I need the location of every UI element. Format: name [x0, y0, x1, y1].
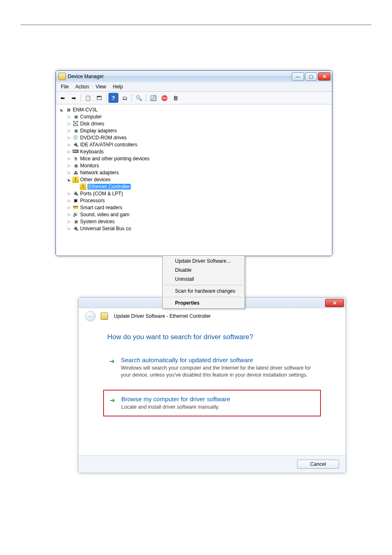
- expand-icon[interactable]: ▷: [67, 212, 72, 217]
- item-label: Keyboards: [80, 149, 104, 155]
- option-search-auto[interactable]: ➔ Search automatically for updated drive…: [103, 351, 321, 384]
- update-driver-dialog: ✕ ← Update Driver Software - Ethernet Co…: [78, 297, 346, 473]
- help-icon[interactable]: ?: [108, 93, 118, 103]
- item-label: Processors: [80, 198, 105, 204]
- expand-icon[interactable]: ▷: [67, 149, 72, 154]
- ctx-uninstall[interactable]: Uninstall: [164, 275, 244, 284]
- expand-icon[interactable]: ▷: [67, 219, 72, 224]
- dialog-footer: Cancel: [78, 455, 346, 473]
- forward-icon[interactable]: ➡: [69, 93, 78, 103]
- close-button[interactable]: ✕: [325, 299, 344, 307]
- smartcard-icon: 💳: [72, 204, 79, 211]
- disable-icon[interactable]: ⛔: [159, 93, 169, 103]
- update-icon[interactable]: 🔄: [148, 93, 158, 103]
- warning-icon: !: [72, 176, 79, 183]
- expand-icon[interactable]: ▷: [67, 170, 72, 175]
- driver-icon: [101, 312, 108, 320]
- separator: [106, 94, 106, 102]
- menu-file[interactable]: File: [58, 83, 72, 90]
- warning-icon: !: [80, 183, 86, 190]
- expand-icon[interactable]: ▷: [67, 205, 72, 210]
- ctx-disable[interactable]: Disable: [164, 266, 244, 275]
- tree-item[interactable]: ▷🖥Computer: [66, 113, 331, 120]
- maximize-button[interactable]: ▢: [305, 72, 317, 81]
- ide-icon: 🔌: [72, 141, 79, 148]
- item-label: Ethernet Controller: [88, 184, 131, 190]
- tree-item[interactable]: ▷🖥Display adapters: [66, 127, 331, 134]
- tree-item-other-devices[interactable]: ◣ ! Other devices: [66, 176, 331, 183]
- collapse-icon[interactable]: ◣: [59, 107, 65, 112]
- option-browse-computer[interactable]: ➔ Browse my computer for driver software…: [103, 390, 321, 416]
- expand-icon[interactable]: ▷: [67, 114, 72, 119]
- tree-item[interactable]: ▷🖥System devices: [66, 218, 331, 225]
- ctx-scan[interactable]: Scan for hardware changes: [164, 287, 244, 296]
- collapse-icon[interactable]: ◣: [67, 177, 72, 182]
- ctx-properties[interactable]: Properties: [164, 298, 244, 308]
- item-label: Monitors: [80, 163, 99, 169]
- tree-item[interactable]: ▷⌨Keyboards: [66, 148, 331, 155]
- uninstall-icon[interactable]: 🗑: [171, 93, 180, 103]
- separator: [146, 94, 146, 102]
- expand-icon[interactable]: ▷: [67, 163, 72, 168]
- item-label: Mice and other pointing devices: [80, 156, 150, 162]
- tree-item[interactable]: ▷💽Disk drives: [66, 120, 331, 127]
- disk-icon: 💽: [72, 120, 79, 127]
- item-label: System devices: [80, 219, 115, 224]
- option-desc: Windows will search your computer and th…: [121, 365, 315, 379]
- expand-icon[interactable]: ▷: [67, 128, 72, 133]
- item-label: Other devices: [80, 177, 111, 183]
- back-button[interactable]: ←: [85, 311, 96, 321]
- arrow-icon: ➔: [109, 356, 116, 379]
- dialog-title: Update Driver Software - Ethernet Contro…: [114, 313, 211, 319]
- dialog-header: ← Update Driver Software - Ethernet Cont…: [78, 308, 346, 326]
- tree-item[interactable]: ▷🔌Ports (COM & LPT): [66, 190, 331, 197]
- menu-help[interactable]: Help: [110, 83, 127, 90]
- tree-root[interactable]: ◣ 🖥 ENM-CV3L: [58, 106, 331, 113]
- cancel-button[interactable]: Cancel: [297, 460, 339, 469]
- scan-icon[interactable]: 🔍: [134, 93, 144, 103]
- expand-icon[interactable]: ▷: [67, 135, 72, 140]
- item-label: Sound, video and gam: [80, 212, 129, 217]
- tree-item[interactable]: ▷💳Smart card readers: [66, 204, 331, 211]
- expand-icon[interactable]: ▷: [67, 121, 72, 126]
- tree-item[interactable]: ▷🔌Universal Serial Bus co: [66, 225, 331, 232]
- expand-icon[interactable]: ▷: [67, 191, 72, 196]
- menu-view[interactable]: View: [92, 83, 110, 90]
- heading-text: How do you want to search for driver sof…: [107, 333, 253, 341]
- list-icon[interactable]: 🗂: [120, 93, 129, 103]
- minimize-button[interactable]: —: [292, 72, 304, 81]
- expand-icon[interactable]: ▷: [67, 198, 72, 203]
- tree-item[interactable]: ▷💿DVD/CD-ROM drives: [66, 134, 331, 141]
- tree-item[interactable]: ▷🔊Sound, video and gam: [66, 211, 331, 218]
- properties-icon[interactable]: 🗔: [94, 93, 104, 103]
- separator: [164, 297, 243, 297]
- menu-action[interactable]: Action: [72, 83, 92, 90]
- expand-icon[interactable]: ▷: [67, 156, 72, 161]
- ctx-update-driver[interactable]: Update Driver Software...: [164, 257, 244, 266]
- back-icon[interactable]: ⬅: [58, 93, 67, 103]
- tree-item[interactable]: ▷🖥Monitors: [66, 162, 331, 169]
- option-desc: Locate and install driver software manua…: [121, 404, 230, 411]
- item-label: DVD/CD-ROM drives: [80, 135, 127, 141]
- monitor-icon: 🖥: [72, 162, 79, 169]
- context-menu: Update Driver Software... Disable Uninst…: [162, 255, 245, 309]
- tree-item[interactable]: ▷▣Processors: [66, 197, 331, 204]
- cpu-icon: ▣: [72, 197, 79, 204]
- tree-item[interactable]: ▷🔌IDE ATA/ATAPI controllers: [66, 141, 331, 148]
- show-hidden-icon[interactable]: 📋: [83, 93, 93, 103]
- item-label: Ports (COM & LPT): [80, 191, 123, 197]
- item-label: Disk drives: [80, 121, 104, 127]
- tree-item[interactable]: ▷🖱Mice and other pointing devices: [66, 155, 331, 162]
- expand-icon[interactable]: ▷: [67, 226, 72, 231]
- close-button[interactable]: ✕: [318, 72, 330, 81]
- network-icon: 🖧: [72, 169, 79, 176]
- dialog-heading: How do you want to search for driver sof…: [78, 326, 346, 351]
- mouse-icon: 🖱: [72, 155, 79, 162]
- tree-item[interactable]: ▷🖧Network adapters: [66, 169, 331, 176]
- tree-item-ethernet-controller[interactable]: ! Ethernet Controller: [73, 183, 331, 190]
- expand-icon[interactable]: ▷: [67, 142, 72, 147]
- separator: [81, 94, 81, 102]
- window-title: Device Manager: [68, 74, 104, 79]
- sound-icon: 🔊: [72, 211, 79, 218]
- separator: [164, 285, 243, 285]
